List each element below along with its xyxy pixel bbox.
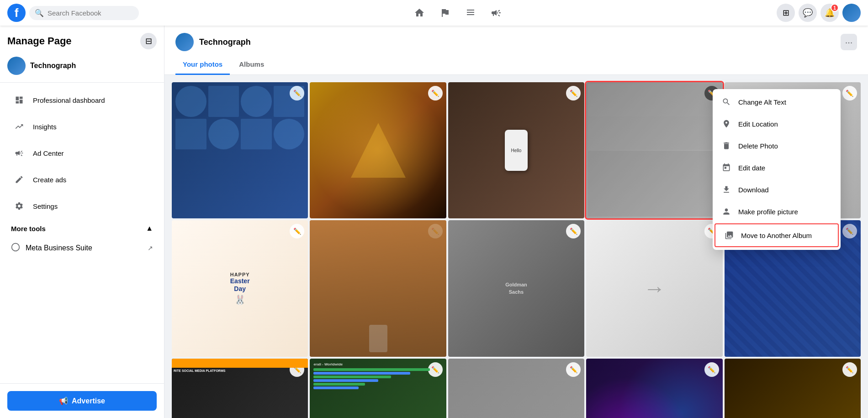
notifications-icon-btn[interactable]: 🔔 1 <box>820 4 839 22</box>
location-menu-icon <box>720 117 733 130</box>
search-menu-icon <box>720 95 733 108</box>
photo-item[interactable]: ✏️ <box>310 220 446 356</box>
photo-item[interactable]: ✏️ <box>586 359 722 418</box>
meta-icon <box>11 243 20 254</box>
megaphone-icon: 📢 <box>59 397 68 405</box>
easter-day-text: EasterDay <box>230 277 250 293</box>
move-to-album-item[interactable]: Move to Another Album <box>715 223 839 247</box>
dashboard-label: Professional dashboard <box>33 96 105 104</box>
edit-date-item[interactable]: Edit date <box>713 157 841 179</box>
insights-label: Insights <box>33 123 57 131</box>
page-identity: Technograph <box>0 53 164 83</box>
edit-location-label: Edit Location <box>738 120 778 128</box>
create-ads-label: Create ads <box>33 176 66 184</box>
photo-item[interactable]: ✏️ <box>586 82 722 218</box>
photo-item[interactable]: ✏️ <box>310 82 446 218</box>
tabs-row: Your photos Albums <box>175 55 857 74</box>
sidebar-item-ad-center[interactable]: Ad Center <box>4 140 160 166</box>
notification-badge: 1 <box>831 4 839 12</box>
search-input[interactable] <box>48 9 133 17</box>
photo-item[interactable]: ✏️ GoldmanSachs <box>448 220 584 356</box>
more-tools-label: More tools <box>11 225 46 233</box>
settings-label: Settings <box>33 202 58 210</box>
photo-item[interactable]: ✏️ → <box>586 220 722 356</box>
sidebar-item-professional-dashboard[interactable]: Professional dashboard <box>4 87 160 113</box>
page-name-label: Technograph <box>30 62 76 70</box>
sidebar-item-meta-business[interactable]: Meta Business Suite ↗ <box>4 238 160 258</box>
sidebar-item-create-ads[interactable]: Create ads <box>4 167 160 192</box>
insights-icon <box>11 118 27 135</box>
sidebar-toggle-btn[interactable]: ⊟ <box>140 33 157 49</box>
ad-center-icon <box>11 145 27 161</box>
messenger-icon-btn[interactable]: 💬 <box>799 4 817 22</box>
download-label: Download <box>738 186 769 194</box>
download-item[interactable]: Download <box>713 179 841 201</box>
advertise-button[interactable]: 📢 Advertise <box>7 391 157 411</box>
nav-center <box>139 2 777 24</box>
photo-item[interactable]: ✏️ erall - Worldwide <box>310 359 446 418</box>
sidebar-item-settings[interactable]: Settings <box>4 193 160 219</box>
sidebar-nav: Professional dashboard Insights Ad Cente… <box>0 83 164 383</box>
change-alt-text-item[interactable]: Change Alt Text <box>713 91 841 113</box>
social-bar <box>172 359 308 368</box>
edit-photo-btn[interactable]: ✏️ <box>842 86 857 101</box>
sidebar-header: Manage Page ⊟ <box>0 26 164 53</box>
photo-item[interactable]: ✏️ HAPPY EasterDay 🐰 <box>172 220 308 356</box>
photo-item[interactable]: ✏️ ₿ ◆ <box>725 359 861 418</box>
advertise-label: Advertise <box>72 397 105 405</box>
page-avatar <box>7 57 26 75</box>
download-menu-icon <box>720 183 733 196</box>
content-page-name: Technograph <box>199 37 251 47</box>
user-avatar-btn[interactable] <box>842 4 861 22</box>
make-profile-picture-label: Make profile picture <box>738 208 798 216</box>
settings-icon <box>11 198 27 214</box>
photo-item[interactable]: ✏️ <box>172 82 308 218</box>
content-page-avatar <box>175 33 194 51</box>
apps-icon-btn[interactable]: ⊞ <box>777 4 795 22</box>
megaphone-nav-icon[interactable] <box>485 2 507 24</box>
edit-date-label: Edit date <box>738 164 765 172</box>
external-link-icon: ↗ <box>148 244 153 252</box>
flag-nav-icon[interactable] <box>434 2 456 24</box>
chevron-up-icon: ▲ <box>146 224 153 233</box>
meta-business-left: Meta Business Suite <box>11 243 92 254</box>
marketplace-nav-icon[interactable] <box>460 2 482 24</box>
dashboard-icon <box>11 92 27 108</box>
content-header: Technograph ··· Your photos Albums <box>164 26 868 75</box>
dropdown-menu: Change Alt Text Edit Location Delete Pho… <box>713 89 841 250</box>
content-area: Technograph ··· Your photos Albums ✏️ <box>164 26 868 418</box>
edit-location-item[interactable]: Edit Location <box>713 113 841 135</box>
meta-business-label: Meta Business Suite <box>26 244 92 252</box>
more-options-button[interactable]: ··· <box>841 34 857 50</box>
svg-point-0 <box>12 243 20 251</box>
calendar-menu-icon <box>720 161 733 174</box>
tab-your-photos[interactable]: Your photos <box>175 55 230 75</box>
easter-happy-text: HAPPY <box>230 272 250 277</box>
move-to-album-label: Move to Another Album <box>741 232 812 239</box>
sidebar-item-insights[interactable]: Insights <box>4 114 160 139</box>
page-header-row: Technograph ··· <box>175 26 857 55</box>
photo-item[interactable]: ✏️ Hello <box>448 82 584 218</box>
photo-item[interactable]: ✏️ RITE SOCIAL MEDIA PLATFORMS <box>172 359 308 418</box>
tab-albums[interactable]: Albums <box>232 55 271 75</box>
delete-photo-label: Delete Photo <box>738 142 778 150</box>
create-ads-icon <box>11 171 27 188</box>
search-bar[interactable]: 🔍 <box>29 6 139 20</box>
nav-right: ⊞ 💬 🔔 1 <box>777 4 861 22</box>
photo-item[interactable]: ✏️ $ <box>448 359 584 418</box>
change-alt-text-label: Change Alt Text <box>738 98 786 106</box>
facebook-logo[interactable]: f <box>7 4 26 22</box>
sidebar: Manage Page ⊟ Technograph Professional d… <box>0 26 164 418</box>
search-icon: 🔍 <box>35 9 44 17</box>
more-tools-header[interactable]: More tools ▲ <box>4 220 160 237</box>
social-text: RITE SOCIAL MEDIA PLATFORMS <box>174 369 306 373</box>
make-profile-picture-item[interactable]: Make profile picture <box>713 201 841 222</box>
sidebar-footer: 📢 Advertise <box>0 383 164 418</box>
delete-photo-item[interactable]: Delete Photo <box>713 135 841 157</box>
album-menu-icon <box>723 229 736 242</box>
page-header-left: Technograph <box>175 33 251 51</box>
profile-menu-icon <box>720 205 733 218</box>
ad-center-label: Ad Center <box>33 149 64 157</box>
home-nav-icon[interactable] <box>408 2 430 24</box>
nav-left: f 🔍 <box>7 4 139 22</box>
